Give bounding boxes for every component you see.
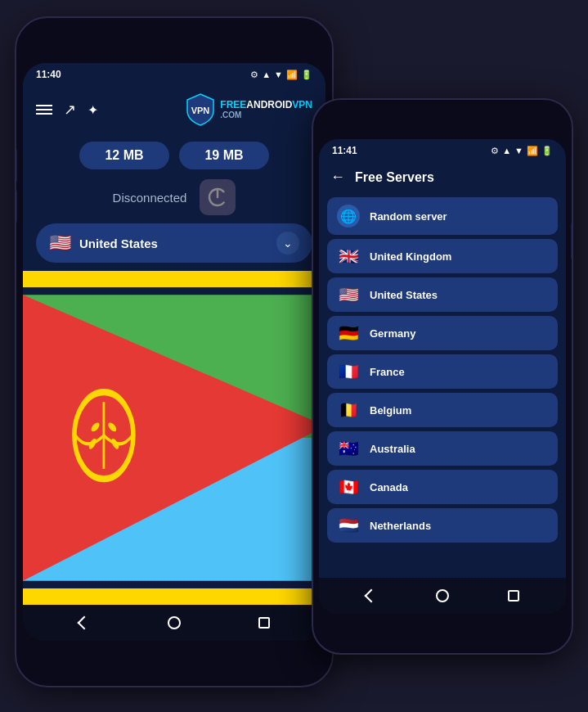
phone1-vol-up (15, 149, 17, 182)
phone2-power-button (571, 223, 573, 259)
server-flag-au: 🇦🇺 (337, 439, 360, 458)
phone1-header: ↗ ✦ VPN FREEANDROIDVPN .COM (23, 86, 325, 133)
nav-home-button[interactable] (165, 614, 183, 632)
phone2-notch (422, 106, 463, 118)
share-icon[interactable]: ↗ (64, 101, 76, 119)
phone1-screen: 11:40 ⚙ ▲ ▼ 📶 🔋 ↗ ✦ (23, 63, 325, 641)
server-flag-uk: 🇬🇧 (337, 246, 360, 266)
phone1-stats: 12 MB 19 MB (23, 133, 325, 174)
flag-yellow-top (23, 271, 325, 287)
p2-notification-icon: ▲ (502, 146, 511, 155)
home-circle-icon (168, 616, 181, 629)
phone2-status-icons: ⚙ ▲ ▼ 📶 🔋 (491, 146, 553, 156)
phone1-header-icons: ↗ ✦ (36, 101, 98, 119)
server-item-nl[interactable]: 🇳🇱 Netherlands (327, 508, 558, 543)
phone1: 11:40 ⚙ ▲ ▼ 📶 🔋 ↗ ✦ (15, 16, 334, 687)
server-name-random: Random server (370, 210, 447, 223)
flag-yellow-bottom (23, 588, 325, 605)
phone2-time: 11:41 (332, 145, 357, 156)
flag-display (23, 271, 325, 605)
p2-settings-icon: ⚙ (491, 146, 499, 156)
server-flag-de: 🇩🇪 (337, 323, 360, 343)
phone1-vol-down (15, 190, 17, 223)
phone2-screen: 11:41 ⚙ ▲ ▼ 📶 🔋 ← Free Servers 🌐 Random … (319, 139, 566, 614)
server-flag-nl: 🇳🇱 (337, 516, 360, 535)
phone1-connection: Disconnected (23, 174, 325, 223)
globe-icon: 🌐 (337, 205, 360, 228)
server-name-us: United States (370, 289, 438, 301)
server-flag-ca: 🇨🇦 (337, 477, 360, 497)
chevron-down-icon: ⌄ (276, 232, 299, 255)
settings-icon: ⚙ (250, 70, 258, 80)
p2-home-circle-icon (436, 589, 449, 602)
server-item-au[interactable]: 🇦🇺 Australia (327, 431, 558, 466)
server-name-fr: France (370, 366, 405, 378)
power-button[interactable] (200, 179, 236, 215)
server-item-de[interactable]: 🇩🇪 Germany (327, 316, 558, 350)
server-name-be: Belgium (370, 404, 411, 417)
country-flag: 🇺🇸 (49, 232, 71, 254)
back-arrow-button[interactable]: ← (330, 169, 345, 186)
server-item-fr[interactable]: 🇫🇷 France (327, 354, 558, 389)
server-name-au: Australia (370, 443, 415, 455)
country-selector[interactable]: 🇺🇸 United States ⌄ (36, 223, 312, 263)
p2-wifi-icon: ▼ (514, 146, 523, 155)
free-servers-title: Free Servers (355, 170, 434, 185)
phone2-header: ← Free Servers (319, 162, 566, 192)
p2-nav-recents-button[interactable] (505, 587, 523, 605)
phone1-notch (150, 26, 199, 39)
back-arrow-icon (78, 616, 92, 630)
connection-status: Disconnected (113, 191, 187, 205)
shield-logo-icon: VPN (186, 92, 215, 127)
server-name-ca: Canada (370, 481, 408, 493)
signal-icon: 📶 (286, 70, 298, 80)
server-item-uk[interactable]: 🇬🇧 United Kingdom (327, 239, 558, 273)
nav-recents-button[interactable] (255, 614, 273, 632)
nav-back-button[interactable] (75, 614, 93, 632)
server-name-de: Germany (370, 327, 415, 340)
svg-text:VPN: VPN (191, 106, 210, 115)
phone1-nav-bar (23, 605, 325, 641)
hamburger-menu-icon[interactable] (36, 105, 52, 115)
server-item-be[interactable]: 🇧🇪 Belgium (327, 393, 558, 427)
server-flag-be: 🇧🇪 (337, 400, 360, 420)
download-stat: 12 MB (79, 142, 169, 169)
logo-text: FREEANDROIDVPN .COM (220, 99, 312, 120)
logo-area: VPN FREEANDROIDVPN .COM (186, 92, 312, 127)
phone1-status-icons: ⚙ ▲ ▼ 📶 🔋 (250, 70, 312, 80)
eritrea-flag-svg (23, 271, 325, 605)
power-icon (206, 186, 229, 209)
wifi-icon: ▼ (274, 70, 283, 79)
phone2: 11:41 ⚙ ▲ ▼ 📶 🔋 ← Free Servers 🌐 Random … (312, 98, 573, 655)
p2-battery-icon: 🔋 (541, 146, 553, 156)
server-item-us[interactable]: 🇺🇸 United States (327, 277, 558, 312)
country-name: United States (79, 237, 268, 250)
server-list: 🌐 Random server 🇬🇧 United Kingdom 🇺🇸 Uni… (319, 192, 566, 578)
server-flag-fr: 🇫🇷 (337, 362, 360, 381)
server-flag-us: 🇺🇸 (337, 285, 360, 304)
battery-icon: 🔋 (301, 70, 312, 80)
phone2-status-bar: 11:41 ⚙ ▲ ▼ 📶 🔋 (319, 139, 566, 162)
server-item-ca[interactable]: 🇨🇦 Canada (327, 470, 558, 504)
p2-signal-icon: 📶 (527, 146, 538, 156)
p2-nav-back-button[interactable] (362, 587, 380, 605)
p2-back-arrow-icon (364, 589, 378, 603)
star-icon[interactable]: ✦ (88, 102, 98, 118)
server-name-uk: United Kingdom (370, 250, 451, 263)
notification-icon: ▲ (262, 70, 271, 79)
p2-nav-home-button[interactable] (433, 587, 451, 605)
phone2-nav-bar (319, 578, 566, 614)
server-name-nl: Netherlands (370, 520, 431, 532)
p2-recents-square-icon (508, 590, 519, 602)
server-item-random[interactable]: 🌐 Random server (327, 197, 558, 235)
recents-square-icon (258, 617, 270, 629)
phone1-status-bar: 11:40 ⚙ ▲ ▼ 📶 🔋 (23, 63, 325, 86)
phone1-time: 11:40 (36, 69, 61, 80)
upload-stat: 19 MB (179, 142, 269, 169)
